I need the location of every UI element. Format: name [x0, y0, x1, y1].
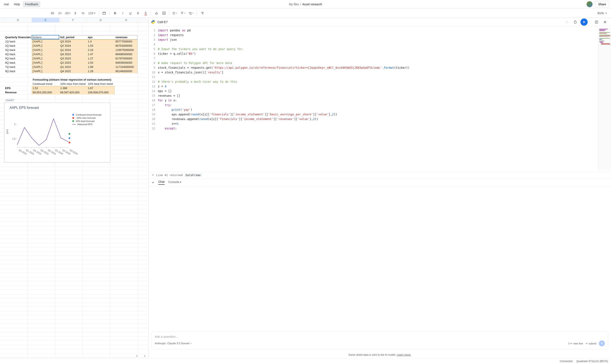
strikethrough-button[interactable]: S	[134, 10, 142, 17]
cell[interactable]: Q2 2024	[59, 44, 87, 48]
cell-selector-button[interactable]	[563, 19, 570, 26]
cell[interactable]: ['AAPL']	[32, 39, 59, 44]
breadcrumb-root[interactable]: My files	[289, 2, 299, 6]
cell[interactable]: ['AAPL']	[32, 61, 59, 65]
cell[interactable]: EPS	[4, 86, 32, 90]
cell[interactable]: 3Q back	[4, 48, 32, 52]
borders-button[interactable]	[160, 10, 168, 17]
cell[interactable]: 1.67	[87, 86, 115, 90]
menu-item-format[interactable]: mat	[2, 1, 11, 7]
increase-decimal-button[interactable]: .00	[64, 10, 71, 17]
cell[interactable]: tickers	[32, 35, 59, 39]
cell[interactable]: Q4 2023	[59, 52, 87, 56]
cell[interactable]: 85777000000	[115, 39, 137, 44]
cell[interactable]: 1.4	[87, 39, 115, 44]
share-button[interactable]: Share	[595, 1, 609, 7]
chat-input[interactable]: Ask a question... Anthropic: Claude 3.5 …	[152, 332, 608, 350]
cell[interactable]: 1.47	[87, 52, 115, 56]
chevron-right-icon[interactable]	[143, 355, 146, 357]
cell[interactable]: 1.89	[87, 65, 115, 69]
column-header-g[interactable]: G	[87, 18, 115, 22]
decrease-decimal-button[interactable]: .0	[56, 10, 64, 17]
cell[interactable]: 1.368	[59, 86, 87, 90]
cell[interactable]: Q1 2023	[59, 65, 87, 69]
menu-item-help[interactable]: Help	[12, 1, 22, 7]
text-wrap-select[interactable]	[187, 10, 195, 17]
cell[interactable]: ['AAPL']	[32, 52, 59, 56]
cell[interactable]: 94836000000	[115, 61, 137, 65]
cell[interactable]: 1.52	[32, 86, 59, 90]
cell[interactable]: 10% beat from trend	[87, 82, 115, 86]
underline-button[interactable]: U	[127, 10, 134, 17]
cell[interactable]: 1Q back	[4, 39, 32, 44]
close-button[interactable]	[602, 19, 609, 26]
chart-container[interactable]: AAPL EPS forecast Continued trend foreca…	[4, 103, 110, 162]
cell[interactable]: 1.53	[87, 44, 115, 48]
cell[interactable]: ['AAPL']	[32, 44, 59, 48]
menu-item-feedback[interactable]: Feedback	[23, 1, 40, 7]
column-header-h[interactable]: H	[115, 18, 138, 22]
zoom-select[interactable]: 91%	[595, 11, 609, 15]
cell[interactable]: ['AAPL']	[32, 48, 59, 52]
percent-button[interactable]: %	[79, 10, 87, 17]
cell[interactable]: 109,508,575,000	[87, 90, 115, 95]
vertical-align-select[interactable]	[179, 10, 187, 17]
number-format-select[interactable]: 123	[87, 10, 97, 17]
clear-formatting-button[interactable]	[199, 10, 206, 17]
cell[interactable]: 89,597,925,000	[59, 90, 87, 95]
cell[interactable]: 4Q back	[4, 52, 32, 56]
spreadsheet-grid[interactable]: CHART AAPL EPS forecast Continued trend …	[0, 23, 148, 358]
send-button[interactable]	[599, 340, 605, 346]
cell[interactable]: ['AAPL']	[32, 69, 59, 73]
cell[interactable]: 1.29	[87, 69, 115, 73]
currency-button[interactable]: $	[72, 10, 79, 17]
minimap[interactable]	[598, 28, 611, 170]
date-format-button[interactable]	[101, 10, 108, 17]
italic-button[interactable]: I	[119, 10, 126, 17]
cell[interactable]: Q1 2024	[59, 48, 87, 52]
cell[interactable]: 2Q back	[4, 44, 32, 48]
bold-button[interactable]: B	[111, 10, 118, 17]
cell[interactable]: ['AAPL']	[32, 65, 59, 69]
code-content[interactable]: import pandas as pd import requests impo…	[158, 28, 598, 170]
cell[interactable]: 5Q back	[4, 56, 32, 61]
cell[interactable]: 90753000000	[115, 44, 137, 48]
cell[interactable]: Forecasting (sklearn linear regression o…	[32, 78, 117, 82]
cell[interactable]: 117154000000	[115, 65, 137, 69]
precision-badge[interactable]: 99	[49, 10, 56, 17]
cell[interactable]: Q2 2023	[59, 61, 87, 65]
cell[interactable]: Quarterly financials	[4, 35, 32, 39]
cell[interactable]: 90146000000	[115, 69, 137, 73]
cell[interactable]: 1.27	[87, 56, 115, 61]
cell[interactable]: Q3 2023	[59, 56, 87, 61]
cell[interactable]: 1.53	[87, 61, 115, 65]
cell[interactable]: 89498000000	[115, 52, 137, 56]
column-header-f[interactable]: F	[59, 18, 87, 22]
cell[interactable]: Revenue	[4, 90, 32, 95]
tab-chat[interactable]: Chat	[158, 180, 165, 185]
model-selector[interactable]: Anthropic: Claude 3.5 Sonnet	[155, 342, 192, 345]
layout-toggle-button[interactable]	[593, 19, 600, 26]
cell[interactable]: 8Q back	[4, 69, 32, 73]
cell[interactable]: 99,553,250,000	[32, 90, 59, 95]
corner-cell[interactable]	[0, 18, 4, 22]
cell[interactable]: 81797000000	[115, 56, 137, 61]
chevron-left-icon[interactable]	[136, 355, 138, 357]
tab-console[interactable]: Console	[169, 180, 181, 184]
run-button[interactable]	[580, 18, 588, 26]
horizontal-align-select[interactable]	[171, 10, 179, 17]
column-header-d[interactable]: D	[4, 18, 32, 22]
avatar[interactable]	[587, 1, 593, 7]
cell[interactable]: 7Q back	[4, 65, 32, 69]
cell[interactable]: revenues	[115, 35, 137, 39]
cell[interactable]: Continued trend	[32, 82, 59, 86]
cell[interactable]: eps	[87, 35, 115, 39]
text-color-button[interactable]: A	[142, 10, 149, 17]
cell[interactable]: 6Q back	[4, 61, 32, 65]
code-editor[interactable]: 12345678910111213141516171819202122 impo…	[148, 26, 611, 172]
fill-color-button[interactable]	[153, 10, 160, 17]
cell[interactable]: ['AAPL']	[32, 56, 59, 61]
cell[interactable]: full_period	[59, 35, 87, 39]
cell[interactable]: 2.19	[87, 48, 115, 52]
chevron-down-icon[interactable]	[152, 181, 155, 184]
